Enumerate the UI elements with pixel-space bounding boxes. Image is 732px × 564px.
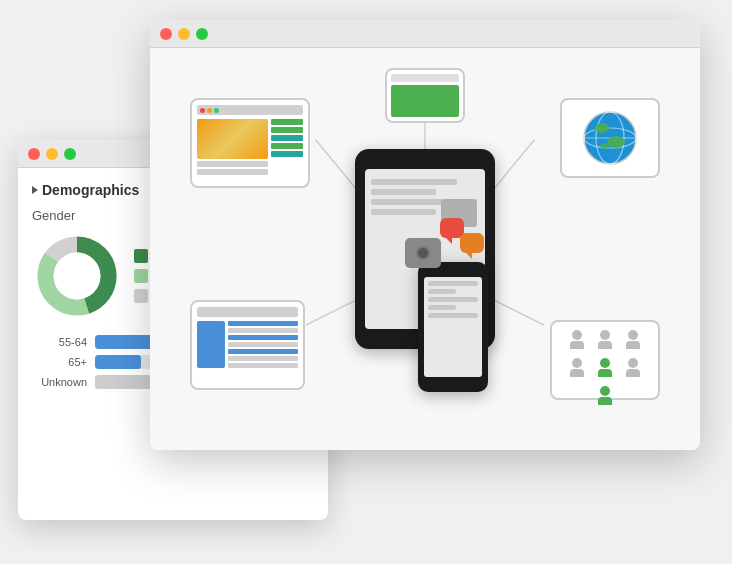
- minimize-button-front[interactable]: [178, 28, 190, 40]
- close-button-back[interactable]: [28, 148, 40, 160]
- node-line-2: [197, 169, 268, 175]
- person-head-2: [600, 330, 610, 340]
- age-label-65plus: 65+: [32, 356, 87, 368]
- person-head-4: [572, 358, 582, 368]
- nlb-line-5: [228, 349, 298, 354]
- person-body-3: [626, 341, 640, 349]
- ad-canvas: [150, 48, 700, 450]
- svg-point-13: [595, 123, 609, 133]
- age-label-55-64: 55-64: [32, 336, 87, 348]
- person-body-5: [598, 369, 612, 377]
- person-head-3: [628, 330, 638, 340]
- svg-point-3: [54, 253, 101, 300]
- collapse-icon[interactable]: [32, 186, 38, 194]
- nlb-line-1: [228, 321, 298, 326]
- node-top-content: [391, 85, 459, 117]
- phone-screen: [424, 277, 482, 377]
- node-top-bar: [391, 74, 459, 82]
- phone-line-5: [428, 313, 478, 318]
- camera-icon: [405, 238, 441, 268]
- person-icon-6: [622, 358, 644, 380]
- tablet-line-4: [371, 209, 436, 215]
- node-left-bottom: [190, 300, 305, 390]
- bar-fill-65plus: [95, 355, 141, 369]
- ad-network-window: [150, 20, 700, 450]
- sidebar-line-4: [271, 143, 303, 149]
- person-icon-3: [622, 330, 644, 352]
- person-icon-2: [594, 330, 616, 352]
- svg-line-8: [487, 297, 544, 326]
- dot-yellow-icon: [207, 108, 212, 113]
- person-icon-4: [566, 358, 588, 380]
- camera-lens: [416, 246, 430, 260]
- close-button-front[interactable]: [160, 28, 172, 40]
- node-left-top: [190, 98, 310, 188]
- node-right-top: [560, 98, 660, 178]
- nlb-line-2: [228, 328, 298, 333]
- person-body-6: [626, 369, 640, 377]
- node-browser-bar: [197, 105, 303, 115]
- minimize-button-back[interactable]: [46, 148, 58, 160]
- node-right-bottom: [550, 320, 660, 400]
- sidebar-line-5: [271, 151, 303, 157]
- person-icon-5: [594, 358, 616, 380]
- chat-bubble-orange: [460, 233, 484, 253]
- node-lb-main: [228, 321, 298, 368]
- phone-line-4: [428, 305, 456, 310]
- bar-fill-unknown: [95, 375, 151, 389]
- tablet-line-1: [371, 179, 457, 185]
- maximize-button-back[interactable]: [64, 148, 76, 160]
- node-line-1: [197, 161, 268, 167]
- phone-line-1: [428, 281, 478, 286]
- nlb-line-7: [228, 363, 298, 368]
- sidebar-line-2: [271, 127, 303, 133]
- phone-device: [418, 262, 488, 392]
- svg-point-15: [600, 143, 608, 149]
- nlb-line-6: [228, 356, 298, 361]
- gender-donut-chart: [32, 231, 122, 321]
- node-content-area-left-top: [197, 119, 303, 175]
- person-head-5: [600, 358, 610, 368]
- node-top: [385, 68, 465, 123]
- window-titlebar-front: [150, 20, 700, 48]
- phone-line-2: [428, 289, 456, 294]
- nlb-line-4: [228, 342, 298, 347]
- person-head-1: [572, 330, 582, 340]
- dot-red-icon: [200, 108, 205, 113]
- node-lb-sidebar: [197, 321, 225, 368]
- phone-line-3: [428, 297, 478, 302]
- globe-icon: [580, 108, 640, 168]
- ad-diagram: [180, 68, 670, 430]
- female-color: [134, 269, 148, 283]
- node-main-content: [197, 119, 268, 175]
- node-image: [197, 119, 268, 159]
- node-lb-content: [197, 321, 298, 368]
- nlb-line-3: [228, 335, 298, 340]
- tablet-line-2: [371, 189, 436, 195]
- person-body-2: [598, 341, 612, 349]
- male-color: [134, 249, 148, 263]
- unknown-color: [134, 289, 148, 303]
- person-head-6: [628, 358, 638, 368]
- node-lb-bar: [197, 307, 298, 317]
- person-head-7: [600, 386, 610, 396]
- person-body-1: [570, 341, 584, 349]
- person-body-4: [570, 369, 584, 377]
- person-body-7: [598, 397, 612, 405]
- sidebar-line-3: [271, 135, 303, 141]
- svg-point-14: [607, 136, 625, 148]
- maximize-button-front[interactable]: [196, 28, 208, 40]
- age-label-unknown: Unknown: [32, 376, 87, 388]
- person-icon-7: [594, 386, 616, 408]
- section-title-label: Demographics: [42, 182, 139, 198]
- sidebar-line-1: [271, 119, 303, 125]
- person-icon-1: [566, 330, 588, 352]
- node-sidebar: [271, 119, 303, 175]
- node-image-inner: [197, 119, 268, 159]
- dot-green-icon: [214, 108, 219, 113]
